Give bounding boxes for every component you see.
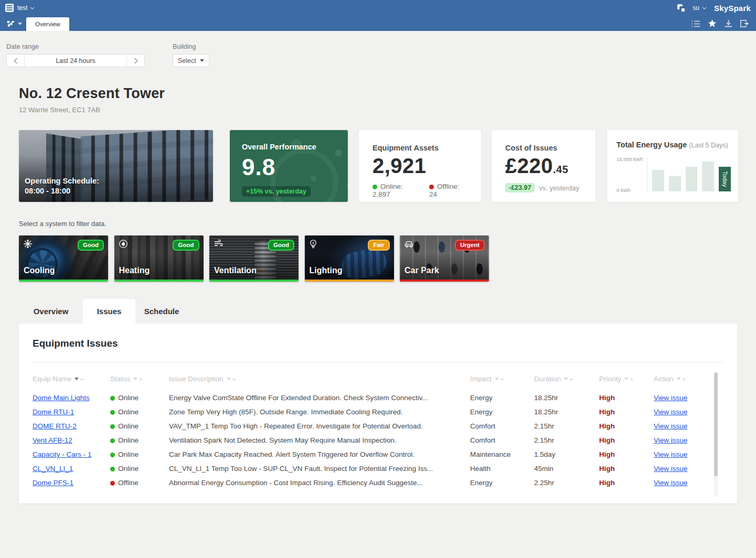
view-issue-link[interactable]: View issue [654,422,687,430]
status-badge: Good [78,240,104,251]
online-dot [372,185,377,189]
col-priority[interactable]: Priority [599,375,654,383]
status-dot [110,424,115,429]
tab-overview[interactable]: Overview [26,17,69,31]
col-duration[interactable]: Duration [534,375,599,383]
table-scrollbar[interactable] [714,372,718,497]
exit-panel-icon[interactable] [740,20,749,27]
system-card-lighting[interactable]: Fair Lighting [305,235,394,282]
views-menu-button[interactable] [0,20,26,31]
col-impact[interactable]: Impact [470,375,534,383]
sort-icon [133,378,143,380]
status-dot [110,410,115,415]
system-label: Heating [119,266,150,275]
status-strip [209,280,299,282]
status-badge: Good [268,240,294,251]
system-label: Lighting [310,266,343,275]
chevron-down-icon[interactable] [30,6,35,10]
date-next-button[interactable] [127,55,144,67]
equip-link[interactable]: Dome RTU-1 [33,408,74,416]
issues-panel: Equipment Issues Equip Name Status Issue… [19,324,737,503]
status-cell: Online [110,465,169,473]
view-issue-link[interactable]: View issue [654,479,687,487]
view-issue-link[interactable]: View issue [654,450,687,458]
duplicate-icon[interactable] [677,4,685,12]
priority-cell: High [599,436,654,444]
view-issue-link[interactable]: View issue [654,408,687,416]
caret-icon [18,23,22,25]
overall-performance-card: Overall Performance 9.8 +15% vs. yesterd… [230,130,348,202]
app-menu-icon[interactable] [5,4,14,12]
status-cell: Online [110,394,169,402]
table-row: Dome RTU-1OnlineZone Temp Very High (85F… [33,405,706,419]
issue-description: Abnormal Energy Consumption - Cost Impac… [169,479,470,487]
col-equip-name[interactable]: Equip Name [33,375,110,383]
date-range-label: Date range [6,43,145,50]
divider [33,362,724,362]
system-card-carpark[interactable]: Urgent Car Park [400,235,489,282]
operating-schedule-label: Operating Schedule: [25,176,99,187]
impact-cell: Maintenance [470,450,534,458]
system-label: Cooling [24,266,55,275]
impact-cell: Health [470,465,534,473]
status-badge: Fair [368,240,389,251]
status-badge: Good [173,240,199,251]
system-filter-prompt: Select a system to filter data. [19,220,107,228]
equip-link[interactable]: Dome Main Lights [33,394,90,402]
building-select[interactable]: Select [173,54,209,67]
view-issue-link[interactable]: View issue [654,436,687,444]
sort-icon [677,378,686,380]
system-cards-row: Good Cooling Good Heating Good Ventilati… [19,235,489,282]
offline-dot [429,185,434,189]
impact-cell: Energy [470,408,534,416]
wind-icon [214,240,223,249]
table-row: CL_VN_LI_1OnlineCL_VN_LI_1 Temp Too Low … [33,462,706,476]
star-icon[interactable] [708,19,717,28]
equip-link[interactable]: Dome PFS-1 [33,479,73,487]
equip-link[interactable]: Capacity - Cars - 1 [33,450,92,458]
priority-cell: High [599,394,654,402]
view-issue-link[interactable]: View issue [654,465,687,473]
col-status[interactable]: Status [110,375,169,383]
car-icon [404,240,414,250]
duration-cell: 2.25hr [534,479,599,487]
app-window: test su SkySpark Overview Date range [0,0,756,558]
filter-row: Date range Last 24 hours Building Select [6,43,209,67]
page-address: 12 Warrle Street, EC1 7AB [19,106,100,114]
energy-subtitle: (Last 5 Days) [689,142,728,149]
table-row: Dome Main LightsOnlineEnergy Valve ComSt… [33,391,706,405]
tab-overview-lower[interactable]: Overview [19,299,83,324]
bulb-icon [310,240,317,251]
operating-schedule: Operating Schedule: 08:00 - 18:00 [25,176,99,197]
system-card-ventilation[interactable]: Good Ventilation [209,235,299,282]
energy-usage-card: Total Energy Usage (Last 5 Days) 10,000 … [607,130,738,202]
sort-icon [227,378,236,380]
list-icon[interactable] [691,20,700,27]
system-card-cooling[interactable]: Good Cooling [19,235,108,282]
skyspark-logo: SkySpark [714,4,751,13]
status-dot [110,481,115,486]
col-action[interactable]: Action [654,375,704,383]
chevron-down-icon [702,6,707,10]
impact-cell: Energy [470,479,534,487]
equip-link[interactable]: CL_VN_LI_1 [33,465,73,473]
col-description[interactable]: Issue Description [169,375,470,383]
offline-count: Offline: 24 [429,183,467,198]
project-name[interactable]: test [17,4,27,12]
cost-of-issues-card: Cost of Issues £220.45 -£23.97 vs. yeste… [492,130,595,202]
equip-link[interactable]: DOME RTU-2 [33,422,77,430]
download-icon[interactable] [725,20,732,28]
system-card-heating[interactable]: Good Heating [114,235,204,282]
duration-cell: 2.15hr [534,422,599,430]
tab-schedule[interactable]: Schedule [135,299,188,324]
scrollbar-thumb[interactable] [714,372,718,476]
equip-link[interactable]: Vent AFB-12 [33,436,72,444]
date-prev-button[interactable] [7,55,24,67]
user-menu[interactable]: su [693,4,707,12]
view-issue-link[interactable]: View issue [654,394,687,402]
date-range-value[interactable]: Last 24 hours [24,55,127,67]
tab-issues[interactable]: Issues [83,299,135,324]
cost-delta-suffix: vs. yesterday [539,184,579,192]
status-strip [400,280,489,282]
status-strip [305,280,394,282]
